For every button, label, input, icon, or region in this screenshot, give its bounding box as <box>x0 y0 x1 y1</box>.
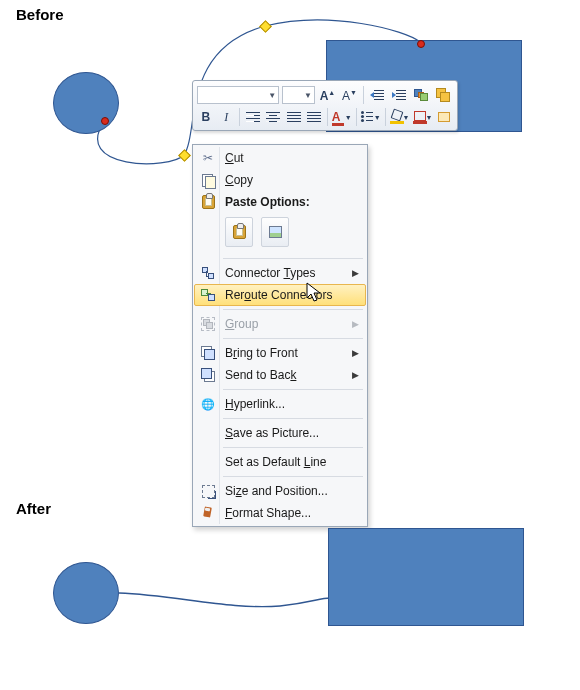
submenu-arrow-icon: ▶ <box>352 348 359 358</box>
menu-send-to-back[interactable]: Send to Back ▶ <box>195 364 365 386</box>
shape-circle-before[interactable] <box>53 72 119 134</box>
submenu-arrow-icon: ▶ <box>352 319 359 329</box>
menu-reroute-connectors[interactable]: Reroute Connectors <box>194 284 366 306</box>
bold-button[interactable]: B <box>197 107 215 127</box>
font-color-button[interactable]: A▼ <box>332 107 352 127</box>
menu-format-shape[interactable]: Format Shape... <box>195 502 365 524</box>
menu-cut-label: t <box>240 151 243 165</box>
menu-copy[interactable]: Copy <box>195 169 365 191</box>
bullets-button[interactable]: ▼ <box>361 107 381 127</box>
endpoint-handle-left[interactable] <box>101 117 109 125</box>
menu-paste-header-label: Paste Options: <box>225 195 310 209</box>
menu-paste-options <box>195 213 365 255</box>
font-family-combo[interactable]: ▼ <box>197 86 279 104</box>
submenu-arrow-icon: ▶ <box>352 370 359 380</box>
menu-save-as-picture[interactable]: Save as Picture... <box>195 422 365 444</box>
menu-hyperlink[interactable]: Hyperlink... <box>195 393 365 415</box>
endpoint-handle-right[interactable] <box>417 40 425 48</box>
menu-set-default-line[interactable]: Set as Default Line <box>195 451 365 473</box>
grow-font-button[interactable]: A▲ <box>318 85 337 105</box>
menu-copy-label: opy <box>234 173 253 187</box>
copy-icon <box>195 169 221 191</box>
insert-shape-button[interactable] <box>436 107 454 127</box>
connector-types-icon <box>195 262 221 284</box>
paste-option-picture[interactable] <box>261 217 289 247</box>
shape-rect-after[interactable] <box>328 528 524 626</box>
align-center-button[interactable] <box>264 107 282 127</box>
shrink-font-button[interactable]: A▼ <box>340 85 359 105</box>
align-left-button[interactable] <box>244 107 262 127</box>
menu-bring-to-front[interactable]: Bring to Front ▶ <box>195 342 365 364</box>
font-size-combo[interactable]: ▼ <box>282 86 315 104</box>
send-back-icon <box>195 364 221 386</box>
increase-indent-button[interactable] <box>390 85 409 105</box>
size-position-icon <box>195 480 221 502</box>
group-icon <box>195 313 221 335</box>
menu-connector-types[interactable]: Connector Types ▶ <box>195 262 365 284</box>
shape-outline-button[interactable]: ▼ <box>413 107 433 127</box>
decrease-indent-button[interactable] <box>368 85 387 105</box>
format-shape-icon <box>195 502 221 524</box>
menu-group: Group ▶ <box>195 313 365 335</box>
context-menu: Cut Copy Paste Options: Connector Types … <box>192 144 368 527</box>
hyperlink-icon <box>195 393 221 415</box>
shape-circle-after[interactable] <box>53 562 119 624</box>
before-label: Before <box>16 6 64 23</box>
menu-size-position[interactable]: Size and Position... <box>195 480 365 502</box>
align-right-button[interactable] <box>285 107 303 127</box>
menu-paste-options-header: Paste Options: <box>195 191 365 213</box>
bring-front-icon <box>195 342 221 364</box>
submenu-arrow-icon: ▶ <box>352 268 359 278</box>
shape-fill-button[interactable]: ▼ <box>390 107 410 127</box>
align-justify-button[interactable] <box>305 107 323 127</box>
after-label: After <box>16 500 51 517</box>
adjust-handle-1[interactable] <box>178 149 191 162</box>
adjust-handle-2[interactable] <box>259 20 272 33</box>
italic-button[interactable]: I <box>218 107 236 127</box>
menu-cut[interactable]: Cut <box>195 147 365 169</box>
clipboard-icon <box>195 191 221 213</box>
scissors-icon <box>195 147 221 169</box>
quick-styles-button[interactable] <box>412 85 431 105</box>
mini-toolbar: ▼ ▼ A▲ A▼ B I A▼ ▼ ▼ ▼ <box>192 80 458 131</box>
arrange-button[interactable] <box>434 85 453 105</box>
reroute-icon <box>195 285 221 305</box>
paste-option-text[interactable] <box>225 217 253 247</box>
